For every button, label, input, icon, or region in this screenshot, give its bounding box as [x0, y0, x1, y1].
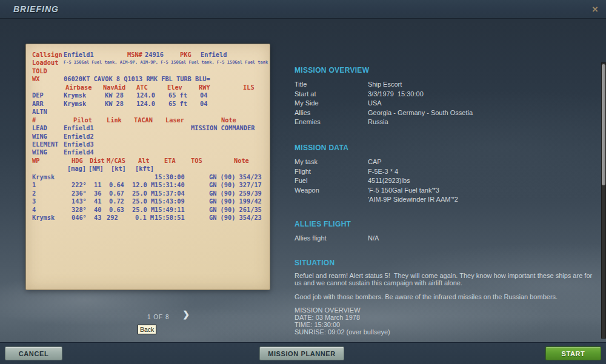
kneeboard-cell: Krymsk	[64, 91, 86, 99]
kneeboard-cell: 2	[32, 190, 36, 197]
kneeboard-cell: TOS	[191, 157, 202, 165]
kneeboard-cell: 04	[200, 100, 207, 108]
kneeboard-row: LEADEnfield1MISSION COMMANDER	[26, 124, 270, 132]
scrollbar-thumb[interactable]	[602, 64, 605, 185]
kneeboard-row: Krymsk15:30:00GN (90) 354/23	[26, 173, 270, 181]
field-row: TitleShip Escort	[295, 80, 593, 90]
field-label: Start at	[295, 90, 368, 99]
section-heading: ALLIES FLIGHT	[295, 220, 593, 228]
kneeboard-cell: [kt]	[111, 165, 126, 173]
kneeboard-cell: Pilot	[73, 116, 92, 124]
kneeboard-cell: TACAN	[134, 116, 153, 124]
field-value: 4511(2923)lbs	[368, 177, 410, 184]
field-value: Georgia - Germany - South Ossetia	[368, 109, 473, 116]
kneeboard-cell: 12.0 M	[132, 181, 155, 189]
kneeboard-cell: GN (90) 259/39	[209, 190, 262, 197]
kneeboard-row: ELEMENTEnfield3	[26, 141, 270, 148]
kneeboard-cell: [mag]	[67, 165, 86, 173]
kneeboard-cell: 124.0	[136, 91, 155, 99]
kneeboard-cell: 15:43:09	[155, 197, 185, 205]
field-label: My Side	[295, 99, 368, 108]
kneeboard-cell: Dist	[90, 157, 105, 165]
kneeboard-cell: ETA	[164, 157, 176, 165]
kneeboard-cell: 65 ft	[168, 91, 187, 99]
field-row: My SideUSA	[295, 99, 593, 108]
kneeboard-cell: 65 ft	[168, 100, 187, 108]
kneeboard-cell: PKG	[180, 51, 191, 59]
kneeboard-cell: ATC	[136, 84, 148, 91]
kneeboard-cell: 25.0 M	[132, 197, 155, 205]
section-heading: MISSION DATA	[295, 144, 593, 152]
kneeboard-cell: 328°	[72, 206, 87, 214]
situation-paragraph: Refuel and rearm! Alert status 5! They w…	[295, 273, 593, 287]
kneeboard-cell: 04	[200, 91, 207, 99]
kneeboard-cell: 36	[94, 190, 101, 197]
kneeboard-cell: 046°	[72, 214, 87, 222]
kneeboard-cell: 0.63	[109, 206, 124, 214]
kneeboard-row: DEPKrymskKW 28124.065 ft04	[26, 91, 270, 99]
kneeboard-row: AirbaseNavAidATCElevRWYILS	[26, 84, 270, 91]
kneeboard-cell: Airbase	[65, 84, 92, 91]
field-row: Weapon'F-5 150Gal Fuel tank'*3	[295, 186, 593, 196]
field-row: My taskCAP	[295, 157, 593, 167]
kneeboard-cell: TOLD	[32, 67, 47, 75]
kneeboard-cell: WING	[32, 133, 47, 141]
kneeboard-cell: Alt	[138, 157, 150, 165]
kneeboard-cell: 236°	[72, 190, 87, 197]
kneeboard-cell: 24916	[145, 51, 164, 59]
kneeboard-cell: KW 28	[105, 91, 124, 99]
kneeboard-cell: HDG	[72, 157, 83, 165]
kneeboard-cell: GN (90) 354/23	[209, 173, 262, 181]
kneeboard-cell: 0.67	[109, 190, 124, 197]
field-value: 'AIM-9P Sidewinder IR AAM'*2	[368, 196, 458, 203]
next-page-button[interactable]: ❯	[181, 309, 191, 320]
field-label: My task	[295, 157, 368, 167]
cancel-button[interactable]: CANCEL	[5, 346, 62, 360]
field-label: Allies	[295, 108, 368, 118]
kneeboard-cell: 292	[107, 214, 118, 222]
kneeboard-row: WPHDGDistM/CASAltETATOSNote	[26, 157, 270, 165]
field-row: Allies flightN/A	[295, 234, 593, 243]
kneeboard-row: WINGEnfield2	[26, 133, 270, 141]
kneeboard-cell: Krymsk	[64, 100, 86, 108]
kneeboard-cell: Note	[221, 116, 236, 124]
section-heading: MISSION OVERVIEW	[295, 67, 593, 74]
kneeboard-cell: 25.0 M	[132, 190, 155, 197]
kneeboard-cell: 41	[94, 197, 101, 205]
kneeboard-row: WINGEnfield4	[26, 148, 270, 156]
kneeboard-cell: 143°	[72, 197, 87, 205]
situation-paragraph: Good job with those bombers. Be aware of…	[295, 294, 593, 301]
kneeboard-cell: M/CAS	[107, 157, 125, 165]
field-value: CAP	[368, 158, 382, 165]
kneeboard-cell: Laser	[165, 116, 184, 124]
kneeboard-row: LoadoutF-5 150Gal Fuel tank, AIM-9P, AIM…	[26, 59, 270, 67]
section-mission-data: MISSION DATAMy taskCAPFlightF-5E-3 * 4Fu…	[295, 144, 593, 205]
kneeboard-cell: 3	[32, 197, 36, 205]
scrollbar[interactable]	[601, 62, 606, 339]
kneeboard-row: 4328°400.6325.0 M15:49:11GN (90) 261/35	[26, 206, 270, 214]
kneeboard-cell: 15:37:04	[155, 190, 185, 197]
kneeboard-cell: Loadout	[32, 59, 58, 67]
page-indicator: 1 OF 8	[147, 314, 170, 320]
kneeboard-cell: 15:31:40	[155, 181, 185, 189]
kneeboard-row: #PilotLinkTACANLaserNote	[26, 116, 270, 124]
field-value: 3/3/1979 15:30:00	[368, 90, 424, 98]
field-label: Allies flight	[295, 234, 368, 243]
section-situation: SITUATIONRefuel and rearm! Alert status …	[295, 259, 593, 343]
start-button[interactable]: START	[545, 346, 601, 360]
kneeboard-cell: RWY	[199, 84, 210, 91]
kneeboard-row: TOLD	[26, 67, 270, 75]
kneeboard-cell: KW 28	[105, 100, 124, 108]
kneeboard-cell: [NM]	[88, 165, 104, 173]
mission-planner-button[interactable]: MISSION PLANNER	[259, 346, 344, 360]
kneeboard-cell: 0.64	[109, 181, 124, 189]
kneeboard-cell: WX	[32, 75, 39, 83]
kneeboard-cell: GN (90) 354/23	[209, 214, 262, 222]
field-value: N/A	[368, 234, 379, 242]
briefing-screen: BRIEFING ✕ CallsignEnfield1MSN#24916PKGE…	[0, 0, 606, 364]
section-allies-flight: ALLIES FLIGHTAllies flightN/A	[295, 220, 593, 243]
kneeboard-row: 3143°410.7225.0 M15:43:09GN (90) 199/42	[26, 197, 270, 205]
field-value: F-5E-3 * 4	[368, 168, 398, 175]
kneeboard-cell: 43	[94, 214, 101, 222]
kneeboard-row: 2236°360.6725.0 M15:37:04GN (90) 259/39	[26, 190, 270, 197]
